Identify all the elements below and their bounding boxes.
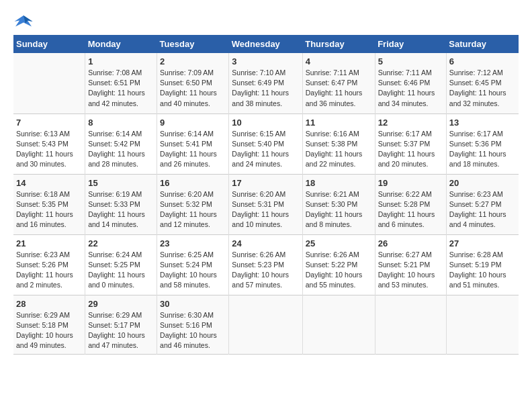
day-info: Sunrise: 6:17 AMSunset: 5:37 PMDaylight:…	[378, 129, 443, 170]
day-number: 12	[378, 118, 443, 128]
day-cell	[446, 295, 519, 355]
day-cell: 27Sunrise: 6:28 AMSunset: 5:19 PMDayligh…	[446, 234, 519, 295]
day-number: 18	[306, 178, 372, 188]
day-cell: 29Sunrise: 6:29 AMSunset: 5:17 PMDayligh…	[85, 295, 157, 355]
day-cell: 24Sunrise: 6:26 AMSunset: 5:23 PMDayligh…	[229, 234, 302, 295]
day-number: 9	[160, 118, 226, 128]
day-number: 29	[88, 299, 154, 309]
page-header	[13, 13, 519, 30]
day-info: Sunrise: 6:14 AMSunset: 5:41 PMDaylight:…	[160, 129, 226, 170]
day-info: Sunrise: 6:19 AMSunset: 5:33 PMDaylight:…	[88, 189, 154, 230]
day-cell: 19Sunrise: 6:22 AMSunset: 5:28 PMDayligh…	[375, 174, 446, 234]
day-number: 16	[160, 178, 226, 188]
day-number: 4	[306, 56, 372, 66]
day-number: 13	[449, 118, 516, 128]
svg-marker-0	[15, 15, 33, 27]
day-number: 15	[88, 178, 154, 188]
day-info: Sunrise: 6:14 AMSunset: 5:42 PMDaylight:…	[88, 129, 154, 170]
calendar-header-row: SundayMondayTuesdayWednesdayThursdayFrid…	[13, 35, 519, 53]
day-number: 25	[306, 238, 372, 248]
day-info: Sunrise: 7:11 AMSunset: 6:47 PMDaylight:…	[306, 68, 372, 109]
day-info: Sunrise: 7:08 AMSunset: 6:51 PMDaylight:…	[88, 68, 154, 109]
day-number: 23	[160, 238, 226, 248]
day-cell: 6Sunrise: 7:12 AMSunset: 6:45 PMDaylight…	[446, 53, 519, 113]
day-info: Sunrise: 6:21 AMSunset: 5:30 PMDaylight:…	[306, 189, 372, 230]
day-info: Sunrise: 6:18 AMSunset: 5:35 PMDaylight:…	[16, 189, 82, 230]
logo-icon	[13, 13, 34, 30]
day-cell: 15Sunrise: 6:19 AMSunset: 5:33 PMDayligh…	[85, 174, 157, 234]
day-number: 6	[449, 56, 516, 66]
column-header-thursday: Thursday	[302, 35, 375, 53]
week-row-1: 1Sunrise: 7:08 AMSunset: 6:51 PMDaylight…	[13, 53, 519, 113]
day-cell: 23Sunrise: 6:25 AMSunset: 5:24 PMDayligh…	[157, 234, 229, 295]
day-info: Sunrise: 6:25 AMSunset: 5:24 PMDaylight:…	[160, 250, 226, 291]
day-info: Sunrise: 6:22 AMSunset: 5:28 PMDaylight:…	[378, 189, 443, 230]
day-number: 19	[378, 178, 443, 188]
day-number: 26	[378, 238, 443, 248]
day-info: Sunrise: 6:17 AMSunset: 5:36 PMDaylight:…	[449, 129, 516, 170]
day-number: 5	[378, 56, 443, 66]
day-cell: 21Sunrise: 6:23 AMSunset: 5:26 PMDayligh…	[13, 234, 85, 295]
day-number: 3	[232, 56, 299, 66]
day-cell: 28Sunrise: 6:29 AMSunset: 5:18 PMDayligh…	[13, 295, 85, 355]
day-info: Sunrise: 7:12 AMSunset: 6:45 PMDaylight:…	[449, 68, 516, 109]
day-number: 14	[16, 178, 82, 188]
day-cell: 5Sunrise: 7:11 AMSunset: 6:46 PMDaylight…	[375, 53, 446, 113]
day-info: Sunrise: 6:23 AMSunset: 5:27 PMDaylight:…	[449, 189, 516, 230]
day-info: Sunrise: 6:26 AMSunset: 5:22 PMDaylight:…	[306, 250, 372, 291]
day-number: 22	[88, 238, 154, 248]
day-number: 7	[16, 118, 82, 128]
day-info: Sunrise: 6:24 AMSunset: 5:25 PMDaylight:…	[88, 250, 154, 291]
day-info: Sunrise: 6:15 AMSunset: 5:40 PMDaylight:…	[232, 129, 299, 170]
logo	[13, 13, 36, 30]
day-info: Sunrise: 6:29 AMSunset: 5:17 PMDaylight:…	[88, 310, 154, 351]
day-info: Sunrise: 6:20 AMSunset: 5:32 PMDaylight:…	[160, 189, 226, 230]
column-header-monday: Monday	[85, 35, 157, 53]
day-number: 24	[232, 238, 299, 248]
day-cell	[13, 53, 85, 113]
day-number: 30	[160, 299, 226, 309]
day-info: Sunrise: 7:11 AMSunset: 6:46 PMDaylight:…	[378, 68, 443, 109]
day-cell: 12Sunrise: 6:17 AMSunset: 5:37 PMDayligh…	[375, 113, 446, 174]
column-header-sunday: Sunday	[13, 35, 85, 53]
day-cell: 16Sunrise: 6:20 AMSunset: 5:32 PMDayligh…	[157, 174, 229, 234]
day-number: 20	[449, 178, 516, 188]
day-cell: 17Sunrise: 6:20 AMSunset: 5:31 PMDayligh…	[229, 174, 302, 234]
day-cell: 11Sunrise: 6:16 AMSunset: 5:38 PMDayligh…	[302, 113, 375, 174]
calendar-table: SundayMondayTuesdayWednesdayThursdayFrid…	[13, 35, 519, 355]
column-header-tuesday: Tuesday	[157, 35, 229, 53]
day-cell	[302, 295, 375, 355]
day-info: Sunrise: 6:16 AMSunset: 5:38 PMDaylight:…	[306, 129, 372, 170]
week-row-4: 21Sunrise: 6:23 AMSunset: 5:26 PMDayligh…	[13, 234, 519, 295]
day-cell	[375, 295, 446, 355]
day-cell: 1Sunrise: 7:08 AMSunset: 6:51 PMDaylight…	[85, 53, 157, 113]
day-cell: 26Sunrise: 6:27 AMSunset: 5:21 PMDayligh…	[375, 234, 446, 295]
day-number: 8	[88, 118, 154, 128]
day-cell: 22Sunrise: 6:24 AMSunset: 5:25 PMDayligh…	[85, 234, 157, 295]
day-cell: 2Sunrise: 7:09 AMSunset: 6:50 PMDaylight…	[157, 53, 229, 113]
day-number: 17	[232, 178, 299, 188]
day-cell: 14Sunrise: 6:18 AMSunset: 5:35 PMDayligh…	[13, 174, 85, 234]
week-row-2: 7Sunrise: 6:13 AMSunset: 5:43 PMDaylight…	[13, 113, 519, 174]
day-cell: 3Sunrise: 7:10 AMSunset: 6:49 PMDaylight…	[229, 53, 302, 113]
day-number: 21	[16, 238, 82, 248]
day-info: Sunrise: 6:23 AMSunset: 5:26 PMDaylight:…	[16, 250, 82, 291]
day-cell: 8Sunrise: 6:14 AMSunset: 5:42 PMDaylight…	[85, 113, 157, 174]
week-row-3: 14Sunrise: 6:18 AMSunset: 5:35 PMDayligh…	[13, 174, 519, 234]
column-header-friday: Friday	[375, 35, 446, 53]
day-number: 2	[160, 56, 226, 66]
day-number: 1	[88, 56, 154, 66]
day-cell: 18Sunrise: 6:21 AMSunset: 5:30 PMDayligh…	[302, 174, 375, 234]
day-info: Sunrise: 6:28 AMSunset: 5:19 PMDaylight:…	[449, 250, 516, 291]
day-cell: 7Sunrise: 6:13 AMSunset: 5:43 PMDaylight…	[13, 113, 85, 174]
day-number: 10	[232, 118, 299, 128]
day-cell	[229, 295, 302, 355]
column-header-wednesday: Wednesday	[229, 35, 302, 53]
day-info: Sunrise: 6:30 AMSunset: 5:16 PMDaylight:…	[160, 310, 226, 351]
day-cell: 10Sunrise: 6:15 AMSunset: 5:40 PMDayligh…	[229, 113, 302, 174]
day-cell: 20Sunrise: 6:23 AMSunset: 5:27 PMDayligh…	[446, 174, 519, 234]
day-cell: 13Sunrise: 6:17 AMSunset: 5:36 PMDayligh…	[446, 113, 519, 174]
day-info: Sunrise: 7:10 AMSunset: 6:49 PMDaylight:…	[232, 68, 299, 109]
day-info: Sunrise: 6:20 AMSunset: 5:31 PMDaylight:…	[232, 189, 299, 230]
day-cell: 9Sunrise: 6:14 AMSunset: 5:41 PMDaylight…	[157, 113, 229, 174]
